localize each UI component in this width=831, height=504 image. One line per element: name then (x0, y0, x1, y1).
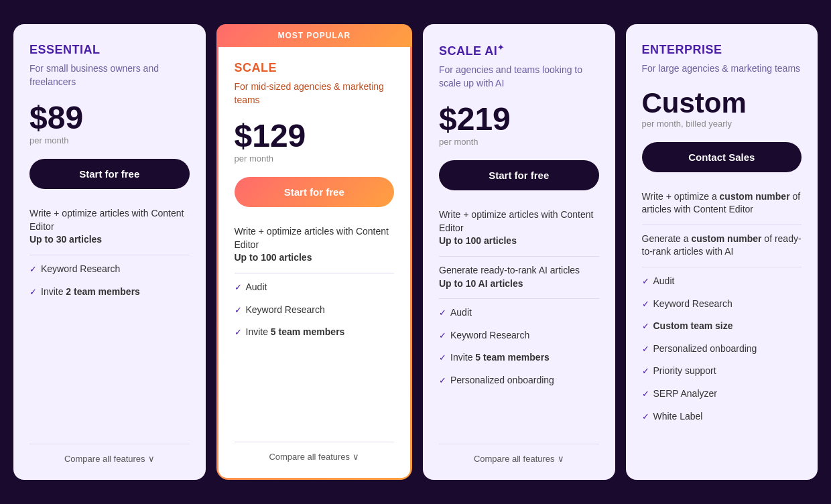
feature-content-editor-scale: Write + optimize articles with Content E… (235, 220, 395, 273)
features-list-scale-ai: Write + optimize articles with Content E… (439, 204, 599, 444)
plan-card-scale: MOST POPULAR SCALE For mid-sized agencie… (216, 24, 413, 480)
price-period-enterprise: per month, billed yearly (642, 119, 802, 129)
feature-keyword-research-essential: ✓Keyword Research (29, 258, 190, 281)
feature-text: Write + optimize articles with Content E… (439, 209, 593, 246)
cta-button-scale-ai[interactable]: Start for free (439, 160, 599, 190)
check-icon: ✓ (235, 305, 242, 315)
feature-keyword-enterprise: ✓Keyword Research (642, 293, 802, 316)
plan-description-scale: For mid-sized agencies & marketing teams (235, 80, 395, 107)
check-icon: ✓ (642, 276, 649, 286)
feature-text: Write + optimize a custom number of arti… (642, 191, 801, 215)
chevron-down-icon: ∨ (353, 452, 359, 462)
plan-name-essential: ESSENTIAL (29, 43, 190, 57)
check-icon: ✓ (642, 299, 649, 309)
compare-link-scale[interactable]: Compare all features ∨ (235, 442, 395, 464)
cta-button-essential[interactable]: Start for free (29, 159, 190, 189)
check-icon: ✓ (29, 264, 37, 274)
price-period-essential: per month (29, 135, 190, 145)
feature-text: Write + optimize articles with Content E… (29, 208, 184, 245)
price-section-enterprise: Custom per month, billed yearly (642, 89, 802, 129)
pricing-grid: ESSENTIAL For small business owners and … (13, 24, 818, 480)
compare-link-scale-ai[interactable]: Compare all features ∨ (439, 444, 599, 466)
feature-team-scale: ✓Invite 5 team members (235, 321, 395, 344)
plan-description-enterprise: For large agencies & marketing teams (642, 62, 802, 76)
feature-whitelabel-enterprise: ✓White Label (642, 405, 802, 428)
price-amount-enterprise: Custom (642, 89, 802, 117)
check-icon: ✓ (29, 287, 37, 297)
price-section-scale: $129 per month (235, 120, 395, 164)
feature-team-scale-ai: ✓Invite 5 team members (439, 346, 599, 369)
features-list-scale: Write + optimize articles with Content E… (235, 220, 395, 442)
price-period-scale-ai: per month (439, 137, 599, 147)
check-icon: ✓ (642, 366, 649, 376)
check-icon: ✓ (439, 308, 446, 318)
price-period-scale: per month (235, 153, 395, 164)
price-section-essential: $89 per month (29, 102, 190, 145)
check-icon: ✓ (642, 389, 649, 399)
chevron-down-icon: ∨ (148, 454, 155, 464)
check-icon: ✓ (439, 330, 446, 340)
plan-name-scale-ai: SCALE AI✦ (439, 43, 599, 58)
features-list-enterprise: Write + optimize a custom number of arti… (642, 186, 802, 466)
feature-text: Write + optimize articles with Content E… (235, 226, 389, 263)
feature-keyword-scale: ✓Keyword Research (235, 299, 395, 322)
feature-keyword-scale-ai: ✓Keyword Research (439, 324, 599, 347)
plan-name-scale: SCALE (235, 61, 395, 75)
features-list-essential: Write + optimize articles with Content E… (29, 202, 190, 444)
price-amount-scale: $129 (235, 120, 395, 152)
plan-card-essential: ESSENTIAL For small business owners and … (13, 24, 206, 480)
check-icon: ✓ (642, 412, 649, 422)
chevron-down-icon: ∨ (558, 454, 564, 464)
feature-text: Generate a custom number of ready-to-ran… (642, 233, 802, 257)
feature-audit-enterprise: ✓Audit (642, 270, 802, 293)
check-icon: ✓ (235, 327, 242, 337)
price-section-scale-ai: $219 per month (439, 103, 599, 147)
cta-button-scale[interactable]: Start for free (235, 177, 395, 207)
check-icon: ✓ (642, 321, 649, 331)
check-icon: ✓ (439, 375, 446, 385)
feature-team-enterprise: ✓Custom team size (642, 315, 802, 338)
feature-audit-scale: ✓Audit (235, 276, 395, 299)
check-icon: ✓ (235, 282, 242, 292)
plan-card-enterprise: ENTERPRISE For large agencies & marketin… (626, 24, 818, 480)
feature-team-essential: ✓Invite 2 team members (29, 281, 190, 304)
price-amount-scale-ai: $219 (439, 103, 599, 135)
feature-onboarding-enterprise: ✓Personalized onboarding (642, 338, 802, 361)
feature-text: Generate ready-to-rank AI articlesUp to … (439, 265, 580, 289)
compare-link-essential[interactable]: Compare all features ∨ (29, 444, 190, 466)
plan-card-scale-ai: SCALE AI✦ For agencies and teams looking… (423, 24, 615, 480)
feature-audit-scale-ai: ✓Audit (439, 302, 599, 324)
feature-ai-articles: Generate ready-to-rank AI articlesUp to … (439, 259, 599, 299)
plan-description-essential: For small business owners and freelancer… (29, 62, 190, 88)
price-amount-essential: $89 (29, 102, 190, 134)
feature-priority-enterprise: ✓Priority support (642, 360, 802, 383)
plan-description-scale-ai: For agencies and teams looking to scale … (439, 64, 599, 90)
cta-button-enterprise[interactable]: Contact Sales (642, 142, 802, 172)
check-icon: ✓ (439, 353, 446, 363)
feature-ai-enterprise: Generate a custom number of ready-to-ran… (642, 228, 802, 267)
feature-content-editor-scale-ai: Write + optimize articles with Content E… (439, 204, 599, 257)
feature-content-editor-essential: Write + optimize articles with Content E… (29, 202, 190, 255)
most-popular-badge: MOST POPULAR (216, 24, 413, 47)
feature-content-editor-enterprise: Write + optimize a custom number of arti… (642, 186, 802, 225)
check-icon: ✓ (642, 344, 649, 354)
plan-name-enterprise: ENTERPRISE (642, 43, 802, 57)
feature-onboarding-scale-ai: ✓Personalized onboarding (439, 369, 599, 392)
feature-serp-enterprise: ✓SERP Analyzer (642, 383, 802, 405)
